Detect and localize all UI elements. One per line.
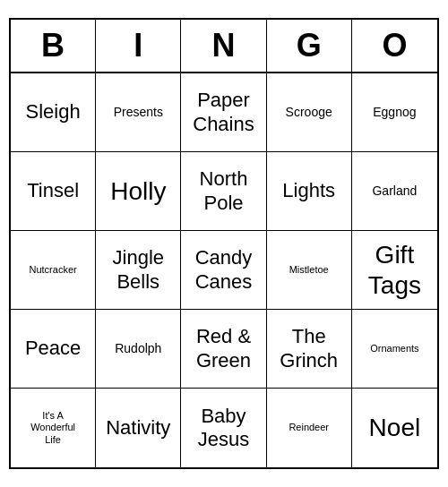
bingo-cell-20: It's A Wonderful Life: [11, 389, 96, 467]
cell-text-6: Holly: [110, 176, 166, 207]
bingo-cell-17: Red & Green: [181, 310, 266, 389]
cell-text-20: It's A Wonderful Life: [30, 410, 75, 446]
bingo-cell-19: Ornaments: [352, 310, 437, 389]
cell-text-13: Mistletoe: [289, 264, 329, 276]
bingo-cell-14: Gift Tags: [352, 231, 437, 310]
header-letter-o: O: [352, 20, 437, 72]
bingo-cell-1: Presents: [96, 73, 181, 152]
cell-text-24: Noel: [369, 413, 421, 443]
bingo-cell-13: Mistletoe: [267, 231, 352, 310]
cell-text-9: Garland: [372, 184, 417, 199]
bingo-cell-12: Candy Canes: [181, 231, 266, 310]
header-letter-g: G: [267, 20, 352, 72]
cell-text-14: Gift Tags: [368, 240, 421, 300]
bingo-cell-7: North Pole: [181, 152, 266, 231]
cell-text-2: Paper Chains: [193, 89, 254, 136]
bingo-cell-11: Jingle Bells: [96, 231, 181, 310]
bingo-cell-21: Nativity: [96, 389, 181, 467]
cell-text-16: Rudolph: [115, 341, 161, 356]
bingo-cell-4: Eggnog: [352, 73, 437, 152]
cell-text-21: Nativity: [106, 416, 170, 440]
cell-text-4: Eggnog: [373, 105, 416, 120]
cell-text-17: Red & Green: [196, 325, 251, 372]
cell-text-15: Peace: [25, 337, 81, 360]
bingo-cell-0: Sleigh: [11, 73, 96, 152]
cell-text-3: Scrooge: [286, 105, 332, 120]
bingo-cell-2: Paper Chains: [181, 73, 266, 152]
bingo-cell-15: Peace: [11, 310, 96, 389]
cell-text-7: North Pole: [200, 167, 248, 215]
bingo-cell-8: Lights: [267, 152, 352, 231]
bingo-cell-23: Reindeer: [267, 389, 352, 467]
bingo-cell-6: Holly: [96, 152, 181, 231]
cell-text-23: Reindeer: [289, 422, 329, 433]
bingo-cell-24: Noel: [352, 389, 437, 467]
bingo-cell-22: Baby Jesus: [181, 389, 266, 467]
cell-text-0: Sleigh: [26, 100, 81, 124]
cell-text-10: Nutcracker: [30, 264, 77, 276]
bingo-cell-16: Rudolph: [96, 310, 181, 389]
cell-text-18: The Grinch: [280, 325, 338, 372]
cell-text-1: Presents: [114, 105, 163, 120]
bingo-cell-18: The Grinch: [267, 310, 352, 389]
cell-text-11: Jingle Bells: [113, 246, 164, 294]
bingo-cell-9: Garland: [352, 152, 437, 231]
cell-text-5: Tinsel: [27, 179, 79, 202]
bingo-cell-5: Tinsel: [11, 152, 96, 231]
header-letter-b: B: [11, 20, 96, 72]
bingo-card: BINGO SleighPresentsPaper ChainsScroogeE…: [9, 18, 439, 469]
bingo-cell-3: Scrooge: [267, 73, 352, 152]
cell-text-22: Baby Jesus: [198, 405, 249, 452]
bingo-grid: SleighPresentsPaper ChainsScroogeEggnogT…: [11, 73, 437, 467]
bingo-header: BINGO: [11, 20, 437, 73]
header-letter-n: N: [181, 20, 266, 72]
bingo-cell-10: Nutcracker: [11, 231, 96, 310]
cell-text-19: Ornaments: [370, 343, 418, 355]
cell-text-8: Lights: [282, 179, 335, 202]
header-letter-i: I: [96, 20, 181, 72]
cell-text-12: Candy Canes: [195, 246, 253, 294]
